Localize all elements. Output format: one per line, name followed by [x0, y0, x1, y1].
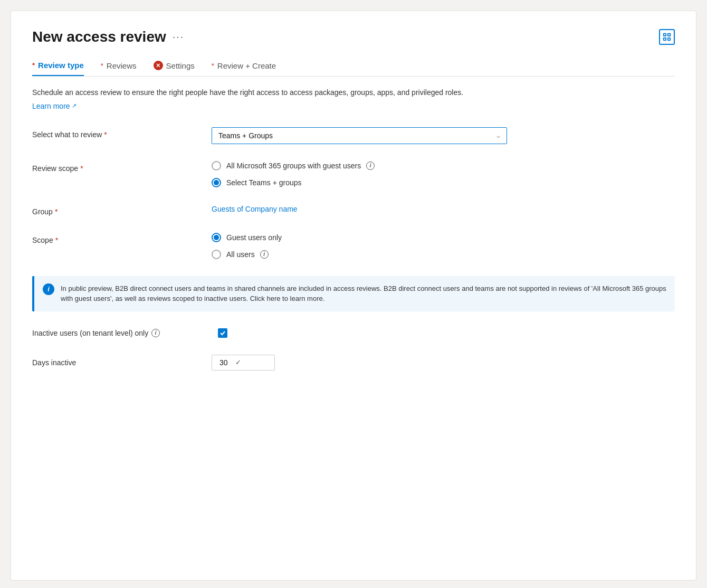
days-check-icon: ✓: [235, 358, 241, 366]
header-row: New access review ···: [32, 28, 675, 46]
scope-all-users[interactable]: All users i: [212, 250, 675, 259]
learn-more-label: Learn more: [32, 102, 70, 110]
tabs-bar: * Review type * Reviews ✕ Settings * Rev…: [32, 61, 675, 77]
select-what-dropdown[interactable]: Teams + Groups ⌵: [212, 127, 507, 144]
inactive-users-checkbox[interactable]: [218, 328, 227, 338]
group-label: Group *: [32, 204, 212, 216]
group-link[interactable]: Guests of Company name: [212, 205, 298, 213]
scope-all-users-radio: [212, 250, 221, 259]
review-scope-label: Review scope *: [32, 161, 212, 173]
inactive-users-label: Inactive users (on tenant level) only: [32, 329, 148, 337]
inactive-users-info-icon[interactable]: i: [151, 329, 160, 337]
tab-review-create-label: Review + Create: [217, 61, 276, 70]
settings-error-icon: ✕: [154, 61, 163, 70]
scope-control: Guest users only All users i: [212, 233, 675, 259]
main-card: New access review ··· * Review type * Re…: [11, 11, 696, 581]
days-inactive-row: Days inactive 30 ✓: [32, 355, 675, 371]
info-banner: i In public preview, B2B direct connect …: [32, 276, 675, 311]
scope-required: *: [55, 236, 58, 244]
days-inactive-dropdown[interactable]: 30 ✓: [212, 355, 275, 371]
tab-review-type-star: *: [32, 61, 35, 69]
scope-option-select-teams-radio: [212, 178, 221, 187]
review-scope-row: Review scope * All Microsoft 365 groups …: [32, 161, 675, 187]
scope-all-users-label: All users: [226, 250, 255, 259]
dropdown-chevron-icon: ⌵: [496, 132, 500, 139]
scope-option-select-teams[interactable]: Select Teams + groups: [212, 178, 675, 187]
scope-guest-users-radio: [212, 233, 221, 242]
tab-reviews-star: *: [101, 62, 103, 70]
tab-reviews-label: Reviews: [107, 61, 137, 70]
tab-review-create-star: *: [212, 62, 214, 70]
tab-reviews[interactable]: * Reviews: [101, 61, 137, 76]
group-row: Group * Guests of Company name: [32, 204, 675, 216]
learn-more-link[interactable]: Learn more ↗: [32, 102, 77, 110]
scope-row: Scope * Guest users only All users i: [32, 233, 675, 259]
select-what-label: Select what to review *: [32, 127, 212, 139]
tab-review-create[interactable]: * Review + Create: [212, 61, 276, 76]
ellipsis-button[interactable]: ···: [173, 31, 185, 43]
scan-icon[interactable]: [659, 29, 675, 45]
tab-review-type-label: Review type: [38, 61, 84, 70]
days-inactive-label: Days inactive: [32, 358, 212, 367]
svg-rect-0: [664, 33, 666, 35]
description-text: Schedule an access review to ensure the …: [32, 87, 675, 98]
scope-option1-info-icon[interactable]: i: [366, 162, 375, 170]
select-what-required: *: [104, 130, 107, 139]
svg-rect-2: [664, 38, 666, 41]
info-banner-icon: i: [43, 283, 54, 295]
inactive-users-label-area: Inactive users (on tenant level) only i: [32, 329, 212, 337]
page-title: New access review: [32, 28, 166, 46]
review-scope-required: *: [80, 164, 83, 173]
scope-label: Scope *: [32, 233, 212, 244]
scope-option-all-m365-label: All Microsoft 365 groups with guest user…: [226, 162, 361, 170]
scope-option-all-m365-radio: [212, 161, 221, 170]
header-left: New access review ···: [32, 28, 184, 46]
tab-review-type[interactable]: * Review type: [32, 61, 84, 76]
review-scope-control: All Microsoft 365 groups with guest user…: [212, 161, 675, 187]
scope-option-select-teams-label: Select Teams + groups: [226, 178, 302, 187]
select-what-control: Teams + Groups ⌵: [212, 127, 675, 144]
tab-settings[interactable]: ✕ Settings: [154, 61, 195, 76]
select-what-row: Select what to review * Teams + Groups ⌵: [32, 127, 675, 144]
svg-rect-3: [668, 38, 671, 41]
inactive-users-row: Inactive users (on tenant level) only i: [32, 328, 675, 338]
scope-guest-users[interactable]: Guest users only: [212, 233, 675, 242]
select-what-value: Teams + Groups: [218, 131, 273, 140]
scope-option-all-m365[interactable]: All Microsoft 365 groups with guest user…: [212, 161, 675, 170]
external-link-icon: ↗: [72, 102, 77, 109]
tab-settings-label: Settings: [166, 61, 195, 70]
group-control: Guests of Company name: [212, 204, 675, 214]
group-required: *: [55, 207, 58, 216]
scope-all-users-info-icon[interactable]: i: [260, 250, 269, 259]
scope-guest-users-label: Guest users only: [226, 233, 282, 242]
svg-rect-1: [668, 33, 671, 35]
days-inactive-value: 30: [219, 358, 228, 367]
info-banner-text: In public preview, B2B direct connect us…: [61, 283, 666, 304]
